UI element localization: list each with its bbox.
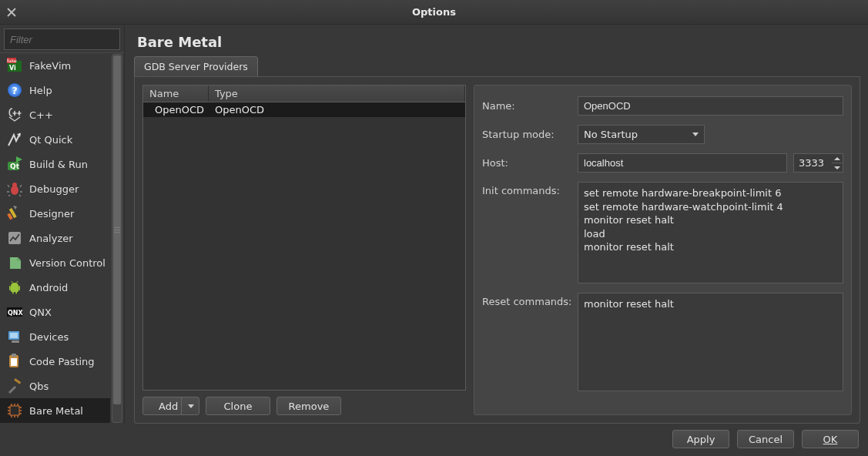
sidebar-item-label: Qbs: [29, 381, 49, 392]
sidebar-item-analyzer[interactable]: Analyzer: [0, 226, 110, 250]
baremetal-icon: [6, 402, 23, 419]
host-field[interactable]: [578, 153, 787, 173]
sidebar-item-label: Qt Quick: [29, 134, 72, 146]
reset-label: Reset commands:: [482, 293, 575, 307]
sidebar-item-label: QNX: [29, 307, 52, 318]
chevron-down-icon: [692, 132, 699, 136]
qtquick-icon: [6, 131, 23, 148]
host-label: Host:: [482, 157, 575, 169]
svg-text:QNX: QNX: [8, 310, 22, 317]
svg-rect-18: [12, 292, 14, 294]
svg-point-10: [12, 183, 17, 187]
table-row[interactable]: OpenOCD OpenOCD: [143, 102, 465, 117]
sidebar-item-versioncontrol[interactable]: Version Control: [0, 250, 110, 275]
help-icon: ?: [6, 82, 23, 99]
svg-rect-31: [10, 406, 19, 415]
sidebar-item-qnx[interactable]: QNX QNX: [0, 300, 110, 324]
sidebar-item-qbs[interactable]: Qbs: [0, 374, 110, 398]
add-button[interactable]: Add: [142, 397, 199, 415]
filter-input[interactable]: [4, 28, 120, 50]
dialog-footer: Apply Cancel OK: [0, 424, 868, 454]
sidebar-item-designer[interactable]: Designer: [0, 201, 110, 226]
titlebar: Options: [0, 0, 868, 25]
sidebar-scrollbar-thumb[interactable]: [113, 55, 121, 404]
fakevim-icon: Vifake: [6, 57, 23, 74]
cpp-icon: [6, 106, 23, 123]
versioncontrol-icon: [6, 254, 23, 271]
sidebar-item-label: Version Control: [29, 257, 106, 269]
sidebar-item-label: Bare Metal: [29, 405, 83, 417]
sidebar-item-codepasting[interactable]: Code Pasting: [0, 349, 110, 374]
android-icon: [6, 279, 23, 296]
svg-line-21: [17, 281, 18, 283]
svg-rect-19: [15, 292, 17, 294]
provider-form: Name: Startup mode: No Startup Host: 333…: [474, 85, 852, 415]
sidebar-item-label: Help: [29, 85, 52, 96]
svg-rect-30: [14, 378, 21, 384]
tab-gdb-providers[interactable]: GDB Server Providers: [134, 56, 258, 76]
designer-icon: [6, 205, 23, 222]
devices-icon: [6, 328, 23, 345]
analyzer-icon: [6, 230, 23, 246]
buildrun-icon: Qt: [6, 156, 23, 173]
sidebar-item-label: Analyzer: [29, 233, 73, 244]
column-header-name[interactable]: Name: [143, 86, 209, 102]
cancel-button[interactable]: Cancel: [737, 430, 794, 448]
ok-button[interactable]: OK: [802, 430, 859, 448]
qbs-icon: [6, 377, 23, 394]
clone-button[interactable]: Clone: [206, 397, 270, 415]
table-cell-name: OpenOCD: [143, 102, 209, 117]
column-header-type[interactable]: Type: [209, 86, 465, 102]
sidebar-item-cpp[interactable]: C++: [0, 102, 110, 127]
page-title: Bare Metal: [134, 31, 860, 56]
svg-rect-25: [10, 333, 18, 338]
debugger-icon: [6, 180, 23, 197]
sidebar-item-baremetal[interactable]: Bare Metal: [0, 398, 110, 423]
remove-button[interactable]: Remove: [276, 397, 341, 415]
name-label: Name:: [482, 100, 575, 112]
providers-table: Name Type OpenOCD OpenOCD: [142, 85, 466, 391]
sidebar-item-buildrun[interactable]: Qt Build & Run: [0, 152, 110, 176]
sidebar-list: Vifake FakeVim ? Help C++ Qt Quick Qt Bu…: [0, 52, 124, 424]
sidebar-item-android[interactable]: Android: [0, 275, 110, 300]
sidebar-item-label: Code Pasting: [29, 356, 95, 367]
sidebar-scrollbar[interactable]: [112, 54, 122, 423]
spin-up-icon[interactable]: [832, 154, 843, 163]
sidebar-item-label: Android: [29, 282, 68, 293]
port-spinbox[interactable]: 3333: [793, 153, 843, 173]
init-commands-field[interactable]: [578, 182, 843, 283]
sidebar-item-devices[interactable]: Devices: [0, 324, 110, 349]
svg-rect-29: [11, 358, 17, 366]
sidebar-item-fakevim[interactable]: Vifake FakeVim: [0, 53, 110, 78]
svg-marker-13: [13, 206, 17, 210]
main-panel: Bare Metal GDB Server Providers Name Typ…: [125, 25, 868, 424]
sidebar: Vifake FakeVim ? Help C++ Qt Quick Qt Bu…: [0, 25, 125, 424]
codepasting-icon: [6, 353, 23, 370]
init-label: Init commands:: [482, 182, 575, 196]
reset-commands-field[interactable]: [578, 293, 843, 391]
chevron-down-icon: [188, 404, 194, 408]
sidebar-item-qtquick[interactable]: Qt Quick: [0, 127, 110, 152]
sidebar-item-label: Designer: [29, 208, 74, 220]
svg-text:fake: fake: [7, 58, 17, 63]
name-field[interactable]: [578, 96, 843, 116]
svg-text:Vi: Vi: [9, 65, 16, 72]
spin-down-icon[interactable]: [832, 163, 843, 172]
sidebar-item-help[interactable]: ? Help: [0, 78, 110, 102]
svg-text:?: ?: [12, 85, 18, 96]
tabbar: GDB Server Providers: [134, 56, 860, 77]
svg-rect-28: [12, 354, 16, 357]
svg-rect-15: [11, 286, 18, 292]
startup-combo[interactable]: No Startup: [578, 125, 705, 144]
sidebar-item-label: FakeVim: [29, 60, 71, 72]
svg-rect-26: [12, 340, 19, 343]
close-icon[interactable]: [0, 0, 23, 24]
svg-line-20: [12, 281, 13, 283]
svg-text:Qt: Qt: [10, 163, 20, 170]
svg-rect-17: [18, 286, 20, 290]
apply-button[interactable]: Apply: [672, 430, 729, 448]
sidebar-item-debugger[interactable]: Debugger: [0, 176, 110, 201]
sidebar-item-label: Build & Run: [29, 159, 88, 170]
svg-rect-16: [9, 286, 11, 290]
svg-marker-8: [16, 156, 22, 163]
